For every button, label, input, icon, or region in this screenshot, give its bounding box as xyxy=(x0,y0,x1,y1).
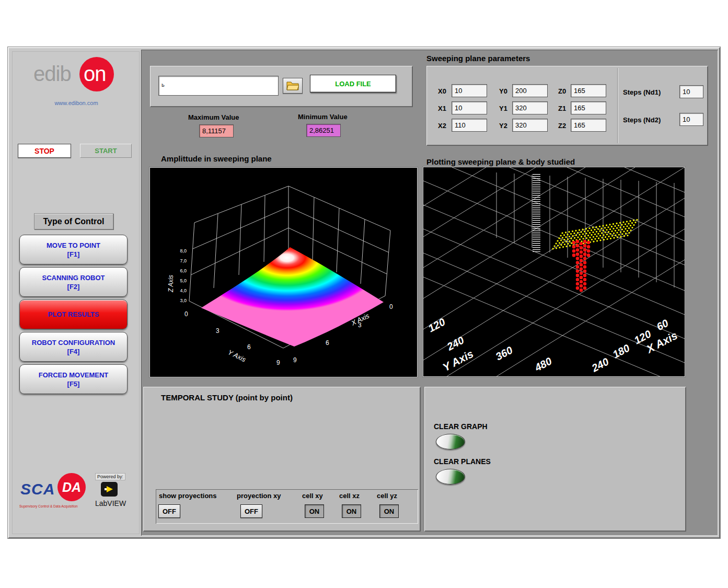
show-proyections-label: show proyections xyxy=(159,492,217,500)
clear-graph-button[interactable] xyxy=(436,434,465,449)
start-button[interactable]: START xyxy=(80,144,132,158)
labview-logo-icon xyxy=(100,481,118,497)
file-path-input[interactable] xyxy=(158,76,279,96)
svg-text:4,0: 4,0 xyxy=(180,288,187,293)
scada-subtitle: Supervisory Control & Data Acquisition xyxy=(19,504,98,508)
button-label: FORCED MOVEMENT xyxy=(39,371,109,379)
cell-yz-label: cell yz xyxy=(377,492,397,500)
svg-text:9: 9 xyxy=(293,356,297,364)
file-loader-panel: ь LOAD FILE xyxy=(150,66,412,107)
minimum-value-label: Minimum Value xyxy=(298,113,348,121)
svg-text:Z Axis: Z Axis xyxy=(167,275,175,293)
steps-nd1-input[interactable] xyxy=(679,85,703,98)
scada-branding: SCA DA Supervisory Control & Data Acquis… xyxy=(13,470,140,530)
sweep-params-title: Sweeping plane parameters xyxy=(426,54,530,63)
maximum-value-label: Maximum Value xyxy=(188,113,239,121)
load-file-button[interactable]: LOAD FILE xyxy=(310,75,396,93)
svg-text:240: 240 xyxy=(445,334,466,353)
param-y2-input[interactable] xyxy=(512,119,548,132)
param-x2-input[interactable] xyxy=(452,119,487,132)
button-label: PLOT RESULTS xyxy=(48,310,99,318)
cell-xy-label: cell xy xyxy=(302,492,323,500)
plotting-plot-panel[interactable]: 120 240 360 480 Y Axis 60 120 180 240 X … xyxy=(423,167,685,376)
param-x2-label: X2 xyxy=(438,122,446,130)
plotting-plot-title: Plotting sweeping plane & body studied xyxy=(426,157,575,166)
svg-text:6,0: 6,0 xyxy=(180,268,187,273)
scada-logo-circle: DA xyxy=(57,473,86,501)
clear-planes-button[interactable] xyxy=(436,469,465,485)
main-content: ь LOAD FILE Maximum Value 8,11157 Minimu… xyxy=(141,50,718,536)
forced-movement-button[interactable]: FORCED MOVEMENT [F5] xyxy=(19,364,128,394)
labview-label: LabVIEW xyxy=(95,499,126,508)
svg-text:120: 120 xyxy=(426,316,447,334)
scada-logo-text: SCA xyxy=(20,480,55,498)
powered-by-label: Powered by: xyxy=(95,473,125,480)
svg-text:60: 60 xyxy=(655,317,671,333)
steps-nd1-label: Steps (Nd1) xyxy=(623,88,661,96)
toggle-strip: show proyections OFF proyection xy OFF c… xyxy=(156,489,418,524)
folder-icon xyxy=(286,81,299,90)
maximum-value-readout: 8,11157 xyxy=(199,124,234,137)
svg-text:5,0: 5,0 xyxy=(180,278,187,283)
button-key: [F4] xyxy=(67,348,80,355)
proyection-xy-toggle[interactable]: OFF xyxy=(240,504,262,518)
labview-logo xyxy=(100,481,118,497)
edibon-logo-text: edib xyxy=(33,62,71,86)
svg-text:7,0: 7,0 xyxy=(180,258,187,263)
svg-text:6: 6 xyxy=(326,339,329,347)
temporal-study-title: TEMPORAL STUDY (point by point) xyxy=(161,393,293,402)
main-window: edib on www.edibon.com STOP START Type o… xyxy=(8,47,720,538)
cell-xz-label: cell xz xyxy=(339,492,360,500)
svg-text:3: 3 xyxy=(216,327,219,335)
param-y0-input[interactable] xyxy=(512,84,548,97)
cell-xy-toggle[interactable]: ON xyxy=(305,504,324,518)
amplitude-3d-plot: 8,0 7,0 6,0 5,0 4,0 3,0 Z Axis 0 3 6 9 Y… xyxy=(150,168,417,377)
param-y1-input[interactable] xyxy=(512,101,548,114)
svg-text:3,0: 3,0 xyxy=(180,298,187,303)
param-x1-label: X1 xyxy=(438,105,446,112)
param-y0-label: Y0 xyxy=(499,87,507,95)
scada-logo-da: DA xyxy=(62,480,81,495)
proyection-xy-label: proyection xy xyxy=(237,492,281,500)
sweeping-plane-points xyxy=(553,220,639,249)
param-z2-label: Z2 xyxy=(558,122,566,130)
cell-xz-toggle[interactable]: ON xyxy=(342,504,361,518)
button-key: [F2] xyxy=(67,283,80,291)
svg-text:Y Axis: Y Axis xyxy=(227,348,247,364)
button-label: ROBOT CONFIGURATION xyxy=(32,339,115,347)
param-z1-label: Z1 xyxy=(558,105,566,112)
svg-text:6: 6 xyxy=(247,343,251,351)
steps-nd2-input[interactable] xyxy=(679,113,703,126)
svg-text:0: 0 xyxy=(389,303,393,310)
type-of-control-label: Type of Control xyxy=(34,213,113,229)
cell-yz-toggle[interactable]: ON xyxy=(379,504,399,518)
svg-text:240: 240 xyxy=(590,355,611,374)
param-y1-label: Y1 xyxy=(499,105,507,112)
plot-results-button[interactable]: PLOT RESULTS xyxy=(19,299,128,329)
button-label: SCANNING ROBOT xyxy=(42,274,105,282)
clear-graph-label: CLEAR GRAPH xyxy=(434,422,488,431)
svg-text:8,0: 8,0 xyxy=(180,248,187,253)
button-key: [F5] xyxy=(67,380,80,388)
param-x0-input[interactable] xyxy=(452,84,487,97)
robot-configuration-button[interactable]: ROBOT CONFIGURATION [F4] xyxy=(19,332,128,362)
svg-text:9: 9 xyxy=(276,359,280,366)
browse-button[interactable] xyxy=(283,78,303,94)
param-x0-label: X0 xyxy=(438,87,446,95)
show-proyections-toggle[interactable]: OFF xyxy=(158,504,180,518)
svg-text:0: 0 xyxy=(184,310,188,318)
move-to-point-button[interactable]: MOVE TO POINT [F1] xyxy=(19,235,128,264)
amplitude-plot-panel[interactable]: 8,0 7,0 6,0 5,0 4,0 3,0 Z Axis 0 3 6 9 Y… xyxy=(150,168,417,377)
scanning-robot-button[interactable]: SCANNING ROBOT [F2] xyxy=(19,267,128,297)
amplitude-surface xyxy=(201,247,384,347)
temporal-study-panel: TEMPORAL STUDY (point by point) show pro… xyxy=(143,387,420,531)
sidebar: edib on www.edibon.com STOP START Type o… xyxy=(12,51,140,534)
button-label: MOVE TO POINT xyxy=(47,241,100,249)
param-z2-input[interactable] xyxy=(571,119,606,132)
param-z0-input[interactable] xyxy=(571,84,606,97)
param-x1-input[interactable] xyxy=(452,101,487,114)
param-z1-input[interactable] xyxy=(571,101,606,114)
clear-planes-label: CLEAR PLANES xyxy=(434,457,491,466)
stop-button[interactable]: STOP xyxy=(18,144,71,158)
plot-actions-panel: CLEAR GRAPH CLEAR PLANES xyxy=(424,387,686,531)
